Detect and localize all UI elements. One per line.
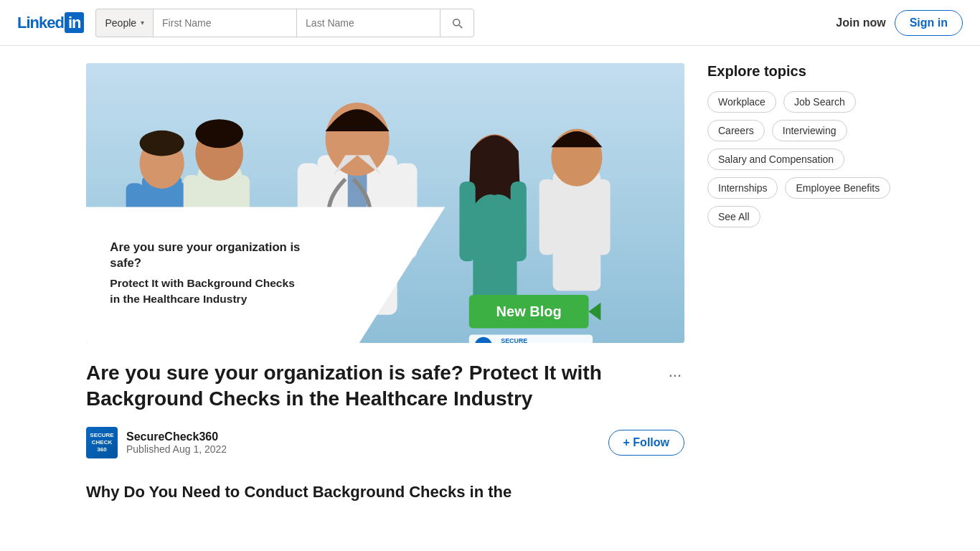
topic-tags: WorkplaceJob SearchCareersInterviewingSa… [707,91,894,227]
svg-rect-26 [594,179,610,255]
svg-text:safe?: safe? [110,256,141,270]
author-info: SECURECHECK360 SecureCheck360 Published … [86,427,227,458]
svg-text:✓: ✓ [480,342,486,343]
author-date: Published Aug 1, 2022 [126,443,227,455]
topic-tag-job-search[interactable]: Job Search [783,91,856,113]
sign-in-button[interactable]: Sign in [895,10,963,36]
join-now-button[interactable]: Join now [836,17,885,29]
topic-tag-see-all[interactable]: See All [707,206,760,227]
search-button[interactable] [440,9,474,37]
page-content: Are you sure your organization is safe? … [0,46,980,521]
article-body: Why Do You Need to Conduct Background Ch… [86,481,684,504]
topic-tag-careers[interactable]: Careers [707,120,765,141]
article-title: Are you sure your organization is safe? … [86,360,684,413]
search-icon [451,17,463,29]
article-body-title: Why Do You Need to Conduct Background Ch… [86,481,684,504]
svg-text:New Blog: New Blog [496,303,562,319]
last-name-input[interactable] [296,9,440,37]
explore-topics-title: Explore topics [707,63,894,80]
svg-text:Are you sure your organization: Are you sure your organization is [110,240,300,254]
author-avatar: SECURECHECK360 [86,427,118,458]
first-name-input[interactable] [153,9,296,37]
svg-rect-22 [511,182,527,261]
topic-tag-salary-and-compensation[interactable]: Salary and Compensation [707,149,844,170]
svg-point-8 [195,119,243,148]
author-avatar-inner: SECURECHECK360 [86,427,118,458]
author-name: SecureCheck360 [126,430,227,443]
author-row: SECURECHECK360 SecureCheck360 Published … [86,427,684,458]
search-area: People ▾ [95,9,598,37]
chevron-down-icon: ▾ [141,19,144,27]
svg-rect-21 [459,182,475,261]
svg-text:SECURE: SECURE [501,337,527,343]
logo-linked-text: Linked [17,14,64,32]
search-category-button[interactable]: People ▾ [95,9,153,37]
topic-tag-employee-benefits[interactable]: Employee Benefits [785,177,890,199]
article-hero-image: Are you sure your organization is safe? … [86,63,684,343]
svg-point-3 [140,131,184,156]
topic-tag-internships[interactable]: Internships [707,177,778,199]
sidebar: Explore topics WorkplaceJob SearchCareer… [707,63,894,504]
more-options-button[interactable]: ··· [666,363,684,387]
linkedin-logo[interactable]: Linkedin [17,14,84,32]
topic-tag-workplace[interactable]: Workplace [707,91,776,113]
navbar: Linkedin People ▾ Join now Sign in [0,0,980,46]
navbar-actions: Join now Sign in [836,10,963,36]
article-title-text: Are you sure your organization is safe? … [86,360,657,413]
search-category-label: People [105,17,136,29]
topic-tag-interviewing[interactable]: Interviewing [772,120,847,141]
author-details: SecureCheck360 Published Aug 1, 2022 [126,430,227,455]
main-content: Are you sure your organization is safe? … [86,63,684,504]
svg-rect-23 [553,171,601,291]
svg-text:Protect It with Background Che: Protect It with Background Checks [110,277,295,289]
svg-text:in the Healthcare Industry: in the Healthcare Industry [110,293,247,305]
follow-button[interactable]: + Follow [608,430,684,456]
svg-rect-25 [540,179,555,255]
logo-in-text: in [65,12,85,33]
